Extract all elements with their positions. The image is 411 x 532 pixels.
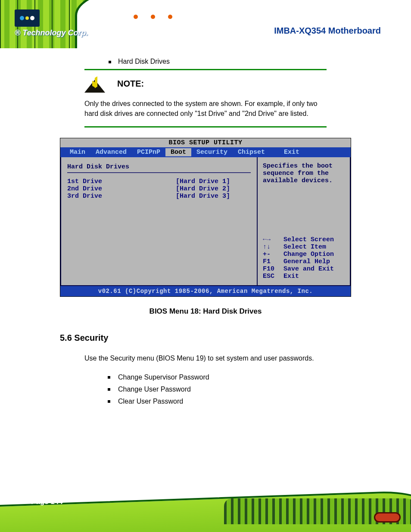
drive-value: [Hard Drive 2]	[176, 185, 230, 193]
bios-title: BIOS SETUP UTILITY	[60, 138, 351, 147]
bios-key-help: ←→Select Screen ↑↓Select Item +-Change O…	[263, 236, 345, 280]
bios-help-text: Specifies the boot sequence from the ava…	[263, 162, 345, 184]
footer-pill-icon	[374, 512, 401, 523]
keyhelp-desc: Select Screen	[283, 236, 334, 243]
drive-slot: 2nd Drive	[67, 185, 176, 193]
brand-logo-icon	[15, 9, 40, 27]
page-number: Page 144	[31, 498, 63, 506]
bullet-icon	[108, 400, 110, 403]
bios-tab-main[interactable]: Main	[65, 148, 90, 156]
bios-copyright: v02.61 (C)Copyright 1985-2006, American …	[60, 286, 351, 296]
keyhelp-key: F10	[263, 265, 283, 273]
bios-tab-pcipnp[interactable]: PCIPnP	[132, 148, 165, 156]
divider-bottom	[84, 126, 327, 128]
keyhelp-desc: Save and Exit	[283, 265, 334, 273]
note-check-icon	[84, 78, 105, 93]
bullet-icon	[108, 376, 110, 379]
bios-panel-underline	[67, 172, 251, 173]
note-block: NOTE: Only the drives connected to the s…	[84, 78, 327, 118]
figure-label: BIOS Menu 18: Hard Disk Drives	[0, 307, 411, 316]
bios-tab-security[interactable]: Security	[191, 148, 233, 156]
security-menu-list: Change Supervisor Password Change User P…	[108, 373, 411, 405]
keyhelp-desc: Change Option	[283, 251, 334, 258]
list-item: Change Supervisor Password	[108, 373, 411, 381]
header-dots	[134, 15, 172, 19]
bios-tab-advanced[interactable]: Advanced	[90, 148, 132, 156]
bullet-icon	[109, 61, 111, 63]
bios-tab-chipset[interactable]: Chipset	[233, 148, 270, 156]
drive-row-3[interactable]: 3rd Drive [Hard Drive 3]	[67, 193, 251, 200]
drive-row-1[interactable]: 1st Drive [Hard Drive 1]	[67, 178, 251, 185]
list-label: Change Supervisor Password	[118, 373, 209, 381]
divider-top	[84, 69, 327, 70]
keyhelp-desc: Select Item	[283, 243, 326, 251]
note-body: Only the drives connected to the system …	[84, 99, 327, 118]
bios-right-panel: Specifies the boot sequence from the ava…	[258, 157, 351, 286]
keyhelp-key: +-	[263, 251, 283, 258]
keyhelp-desc: Exit	[283, 273, 299, 280]
drive-slot: 3rd Drive	[67, 193, 176, 200]
drive-value: [Hard Drive 3]	[176, 193, 230, 200]
bios-panel-heading: Hard Disk Drives	[67, 163, 251, 171]
drive-row-2[interactable]: 2nd Drive [Hard Drive 2]	[67, 185, 251, 193]
list-item: Change User Password	[108, 386, 411, 393]
list-item: Clear User Password	[108, 398, 411, 405]
brand-block: ® Technology Corp.	[15, 9, 88, 37]
drive-value: [Hard Drive 1]	[176, 178, 230, 185]
footer-banner: Page 144	[0, 480, 411, 532]
keyhelp-key: F1	[263, 258, 283, 265]
note-heading: NOTE:	[117, 79, 144, 89]
keyhelp-desc: General Help	[283, 258, 330, 265]
bullet-icon	[108, 388, 110, 391]
keyhelp-key: ↑↓	[263, 243, 283, 251]
section-heading-security: 5.6 Security	[60, 333, 411, 343]
document-title: IMBA-XQ354 Motherboard	[274, 26, 381, 36]
bios-tab-boot[interactable]: Boot	[165, 148, 191, 156]
bullet-label: Hard Disk Drives	[118, 58, 170, 65]
header-banner: ® Technology Corp. IMBA-XQ354 Motherboar…	[0, 0, 411, 48]
bios-menubar: Main Advanced PCIPnP Boot Security Chips…	[60, 147, 351, 157]
drive-slot: 1st Drive	[67, 178, 176, 185]
list-label: Clear User Password	[118, 398, 183, 405]
list-label: Change User Password	[118, 386, 191, 393]
brand-tagline: ® Technology Corp.	[15, 28, 88, 37]
bios-tab-exit[interactable]: Exit	[279, 148, 305, 156]
bios-left-panel: Hard Disk Drives 1st Drive [Hard Drive 1…	[60, 157, 258, 286]
security-intro: Use the Security menu (BIOS Menu 19) to …	[84, 353, 327, 364]
bios-window: BIOS SETUP UTILITY Main Advanced PCIPnP …	[60, 138, 351, 297]
keyhelp-key: ←→	[263, 236, 283, 243]
keyhelp-key: ESC	[263, 273, 283, 280]
